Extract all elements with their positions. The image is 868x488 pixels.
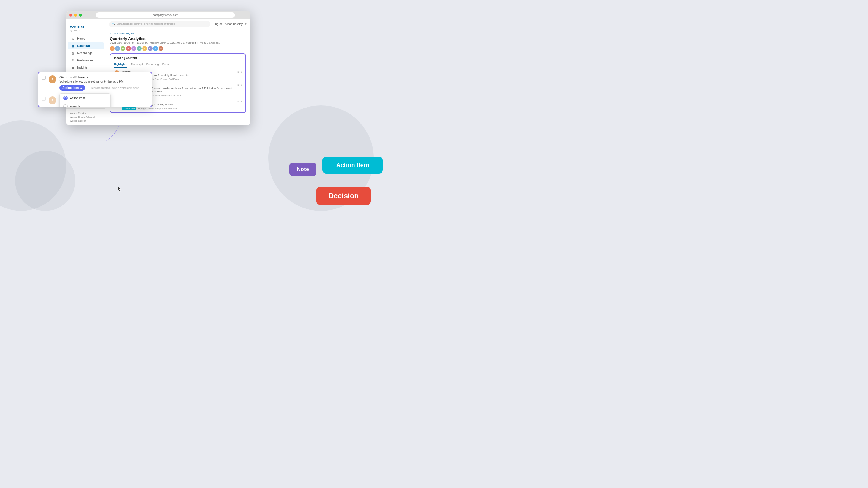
radio-action-item [63,96,67,100]
expanded-body: Giacomo Edwards Schedule a follow up mee… [59,75,148,91]
avatar: T [137,46,142,51]
avatar: K [148,46,153,51]
entry-time-simon: 13:13 [236,84,242,97]
sidebar-label-insights: Insights [77,66,87,69]
calendar-icon: ▦ [71,44,75,47]
tab-recording[interactable]: Recording [147,61,159,68]
url-bar[interactable]: company.webex.com [96,12,235,18]
dropdown-label-agenda: Agenda [70,105,80,107]
sidebar-item-insights[interactable]: ▦ Insights [67,64,104,71]
chevron-down-icon[interactable]: ▾ [245,23,247,26]
browser-window: company.webex.com webex by CISCO ⌂ Home … [66,11,250,125]
decision-label-text: Decision [329,192,359,200]
cursor [118,186,122,191]
tab-highlights[interactable]: Highlights [114,61,127,68]
action-item-label-text: Action Item [336,162,369,169]
tab-report[interactable]: Report [162,61,170,68]
insights-icon: ▦ [71,66,75,69]
expanded-highlight-text: Highlight created using a voice command [90,87,139,90]
sidebar-item-recordings[interactable]: ◎ Recordings [67,50,104,56]
page-title: Quarterly Analytics [110,36,246,41]
floating-note-label[interactable]: Note [289,163,316,176]
logo-text: webex [70,24,101,30]
avatar: L [153,46,158,51]
avatar-second: G [49,96,56,104]
expanded-card: G Giacomo Edwards Schedule a follow up m… [38,72,152,107]
avatar: S [115,46,120,51]
dropdown-container: Action Item ▲ Action Item [59,85,85,91]
action-item-dropdown-button[interactable]: Action Item ▲ [59,85,85,91]
entry-time-jessica: 13:13 [236,71,242,80]
avatar: J [110,46,115,51]
expanded-row-main: G Giacomo Edwards Schedule a follow up m… [38,72,152,94]
sidebar-footer-events[interactable]: Webex Events (classic) [70,115,101,119]
language-selector[interactable]: English [213,23,222,26]
note-label-text: Note [297,166,309,173]
dropdown-label-action-item: Action Item [70,96,85,100]
breadcrumb[interactable]: ← Back to meeting list [110,32,246,35]
floating-action-item-label[interactable]: Action Item [322,157,383,173]
topbar-right: English Alison Cassidy ▾ [213,23,247,26]
avatar: A [131,46,136,51]
dropdown-menu[interactable]: Action Item Agenda Decision Note [59,93,111,107]
sidebar-item-calendar[interactable]: ▦ Calendar [67,42,104,49]
avatar: R [142,46,147,51]
badge-action-giacomo: Action Item [122,107,136,110]
logo-sub: by CISCO [70,30,101,32]
url-text: company.webex.com [153,13,178,17]
sidebar-logo: webex by CISCO [66,22,105,35]
row-checkbox-2 [42,97,45,101]
row-checkbox[interactable] [42,76,45,79]
chevron-up-icon: ▲ [80,87,82,89]
sidebar-item-home[interactable]: ⌂ Home [67,35,104,42]
avatar: G [121,46,125,51]
sidebar-footer-training[interactable]: Webex Training [70,111,101,115]
meeting-tabs: Highlights Transcript Recording Report [110,61,245,68]
user-menu[interactable]: Alison Cassidy [225,23,243,26]
entry-footer-giacomo: Action Item Highlight created using a vo… [122,107,234,110]
meeting-meta: David Liam · 10:20 PM – 11:20 PM, Thursd… [110,41,246,44]
browser-titlebar: company.webex.com [66,11,250,19]
search-bar[interactable]: 🔍 Join a meeting or search for a meeting… [109,21,210,27]
sidebar-label-recordings: Recordings [77,52,93,55]
sidebar-item-preferences[interactable]: ⚙ Preferences [67,57,104,64]
topbar: 🔍 Join a meeting or search for a meeting… [105,19,250,29]
dropdown-label: Action Item [62,86,79,90]
expanded-quote: Schedule a follow up meeting for Friday … [59,80,148,83]
minimize-button[interactable] [74,13,77,17]
sidebar-label-preferences: Preferences [77,59,93,62]
highlight-giacomo: Highlight created using a voice command [138,107,177,110]
tab-transcript[interactable]: Transcript [131,61,143,68]
dropdown-item-agenda[interactable]: Agenda [60,102,110,107]
recordings-icon: ◎ [71,51,75,55]
home-icon: ⌂ [71,37,75,40]
close-button[interactable] [69,13,72,17]
maximize-button[interactable] [79,13,82,17]
search-icon: 🔍 [112,23,115,25]
dropdown-item-action-item[interactable]: Action Item [60,94,110,102]
sidebar-label-home: Home [77,37,85,40]
avatar: M [126,46,131,51]
sidebar-footer-support[interactable]: Webex Support [70,119,101,123]
avatar: + [158,46,163,51]
search-placeholder: Join a meeting or search for a meeting, … [117,23,175,25]
radio-inner [64,97,67,99]
sidebar-label-calendar: Calendar [77,44,90,47]
entry-time-giacomo: 14:10 [236,100,242,110]
floating-decision-label[interactable]: Decision [316,187,371,205]
preferences-icon: ⚙ [71,59,75,62]
sidebar-footer: Webex Training Webex Events (classic) We… [66,108,105,125]
radio-agenda [63,104,67,107]
attendees: J S G M A T R K L + [110,46,246,51]
expanded-speaker-name: Giacomo Edwards [59,75,148,79]
meeting-card-header: Meeting content [110,54,245,61]
bg-decoration-2 [15,151,75,211]
avatar-giacomo-expanded: G [49,75,56,83]
expanded-footer: Action Item ▲ Action Item [59,85,148,91]
